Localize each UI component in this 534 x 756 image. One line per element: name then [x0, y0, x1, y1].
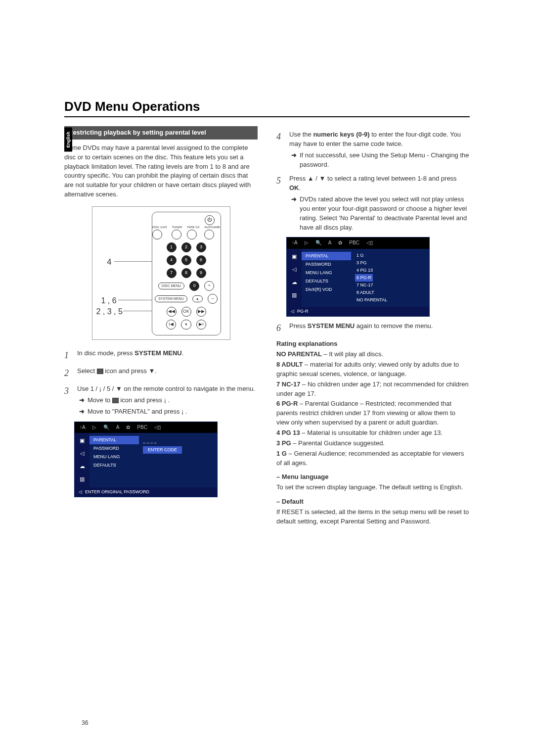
rc-label: DISC 1/2/3 — [152, 225, 167, 230]
substep: ➜ Move to "PARENTAL" and press ¡ . — [79, 407, 258, 417]
num-2: 2 — [181, 242, 191, 252]
osd-tab-icon: ▷ — [92, 424, 96, 431]
osd-menu-item: PARENTAL — [89, 436, 139, 444]
default-text: If RESET is selected, all the items in t… — [276, 508, 470, 526]
tape-button — [187, 230, 197, 239]
rating-explanations-heading: Rating explanations — [276, 339, 470, 349]
substep: ➜ If not successful, see Using the Setup… — [291, 151, 470, 170]
page-title: DVD Menu Operations — [64, 99, 470, 117]
rc-label: AUX/GAME — [204, 225, 220, 230]
rating-desc: – material for adults only; viewed only … — [276, 361, 459, 378]
osd-side-icon: ◁ — [292, 266, 296, 274]
rating-key: NO PARENTAL — [276, 350, 322, 358]
step-number: 5 — [276, 174, 284, 232]
rating-option: 7 NC-17 — [355, 282, 425, 289]
rating-desc: – Parental Guidance – Restricted; recomm… — [276, 400, 455, 426]
num-6: 6 — [196, 255, 206, 265]
arrow-icon: ➜ — [291, 195, 297, 232]
osd-rating-screen: ↑A ▷ 🔍 A ✿ PBC ◁▯ ▣ ◁ ☁ ▥ PARENTAL — [286, 237, 430, 317]
osd-password-screen: ↑A ▷ 🔍 A ✿ PBC ◁▯ ▣ ◁ ☁ ▥ PARENTAL — [74, 422, 218, 497]
osd-footer-text: PG-R — [297, 308, 309, 315]
num-5: 5 — [181, 255, 191, 265]
rating-key: 1 G — [276, 450, 287, 457]
step-number: 6 — [276, 322, 284, 334]
rating-option: NO PARENTAL — [355, 296, 425, 304]
step-number: 3 — [64, 384, 72, 417]
step-4: 4 Use the numeric keys (0-9) to enter th… — [276, 130, 470, 169]
step-text: In disc mode, press — [77, 349, 134, 357]
callout-1-6: 1 , 6 — [101, 295, 117, 306]
osd-menu-item: PASSWORD — [302, 260, 351, 269]
step-text: . — [299, 184, 301, 191]
arrow-icon: ➜ — [291, 151, 297, 170]
osd-menu-item: DEFAULTS — [89, 461, 139, 470]
enter-code-dashes: – – – – — [143, 440, 157, 445]
osd-tab-icon: PBC — [137, 424, 147, 431]
rating-key: 4 PG 13 — [276, 429, 300, 436]
rating-explanations: NO PARENTAL – It will play all discs. 8 … — [276, 350, 470, 468]
right-column: 4 Use the numeric keys (0-9) to enter th… — [276, 126, 470, 526]
step-bold: SYSTEM MENU — [308, 322, 355, 330]
num-7: 7 — [167, 268, 177, 278]
osd-side-icon: ☁ — [292, 279, 297, 286]
step-3: 3 Use 1 / ¡ / 5 / ▼ on the remote contro… — [64, 384, 258, 417]
osd-side-icon: ▣ — [80, 437, 85, 445]
language-tab: English — [64, 128, 72, 152]
arrow-icon: ➜ — [79, 407, 85, 417]
step-bold: SYSTEM MENU — [134, 349, 181, 357]
intro-paragraph: Some DVDs may have a parental level assi… — [64, 143, 258, 199]
rating-key: 6 PG-R — [276, 400, 298, 407]
osd-footer-text: ENTER ORIGINAL PASSWORD — [85, 489, 149, 495]
rating-option: 8 ADULT — [355, 289, 425, 296]
osd-tab-icon: A — [328, 239, 332, 247]
rating-desc: – Parental Guidance suggested. — [291, 439, 385, 447]
step-5: 5 Press ▲ / ▼ to select a rating level b… — [276, 174, 470, 232]
tuner-button — [172, 230, 181, 239]
disc-menu-button: DISC MENU — [158, 283, 184, 289]
step-6: 6 Press SYSTEM MENU again to remove the … — [276, 322, 470, 334]
menu-language-text: To set the screen display language. The … — [276, 483, 470, 492]
rating-option-selected: 6 PG-R — [355, 274, 373, 282]
section-banner: Restricting playback by setting parental… — [64, 126, 258, 140]
forward-button: ▶▶ — [196, 307, 206, 317]
osd-menu-item: DivX(R) VOD — [302, 285, 351, 294]
osd-tab-icon: 🔍 — [315, 239, 321, 247]
remote-body: ⏻ DISC 1/2/3 TUNER TAPE 1/2 AUX/GAME 1 2… — [152, 212, 221, 335]
osd-tab-icon: ✿ — [338, 239, 342, 247]
steps-left: 1 In disc mode, press SYSTEM MENU. 2 Sel… — [64, 349, 258, 417]
osd-menu-item: PASSWORD — [89, 444, 139, 453]
step-number: 2 — [64, 367, 72, 379]
osd-menu: PARENTAL PASSWORD MENU LANG DEFAULTS — [89, 433, 139, 487]
step-number: 1 — [64, 349, 72, 362]
num-4: 4 — [167, 255, 177, 265]
step-bold: numeric keys (0-9) — [313, 131, 369, 138]
prev-button: I◀ — [166, 320, 176, 330]
power-icon: ⏻ — [205, 215, 215, 225]
rewind-button: ◀◀ — [167, 307, 177, 317]
step-text: Press ▲ / ▼ to select a rating level bet… — [289, 175, 457, 182]
osd-side-icon: ▣ — [292, 253, 297, 261]
rating-key: 3 PG — [276, 439, 291, 447]
num-1: 1 — [167, 242, 177, 252]
osd-right-pane: 1 G 3 PG 4 PG 13 6 PG-R 7 NC-17 8 ADULT … — [351, 249, 429, 307]
callout-2-3-5: 2 , 3 , 5 — [96, 306, 123, 317]
system-menu-button: SYSTEM MENU — [155, 295, 187, 302]
num-9: 9 — [196, 268, 206, 278]
osd-tabs: ↑A ▷ 🔍 A ✿ PBC ◁▯ — [287, 237, 429, 249]
down-arrow-button: ▼ — [181, 320, 191, 330]
num-0: 0 — [189, 281, 199, 291]
rating-key: 8 ADULT — [276, 361, 303, 368]
substep-text: Move to — [88, 396, 112, 404]
up-arrow-button: ▲ — [192, 295, 203, 302]
aux-button — [204, 230, 214, 239]
rating-option: 1 G — [355, 252, 425, 259]
osd-menu-item: MENU LANG — [302, 269, 351, 277]
osd-side-icon: ☁ — [80, 463, 85, 471]
step-text: Use 1 / ¡ / 5 / ▼ on the remote control … — [77, 385, 255, 392]
rc-label: TAPE 1/2 — [187, 225, 199, 230]
preferences-icon — [97, 369, 103, 374]
osd-menu: PARENTAL PASSWORD MENU LANG DEFAULTS Div… — [302, 249, 351, 307]
osd-tab-icon: ↑A — [292, 239, 298, 247]
osd-side-icon: ▥ — [292, 291, 297, 299]
osd-tab-icon: 🔍 — [103, 424, 109, 431]
